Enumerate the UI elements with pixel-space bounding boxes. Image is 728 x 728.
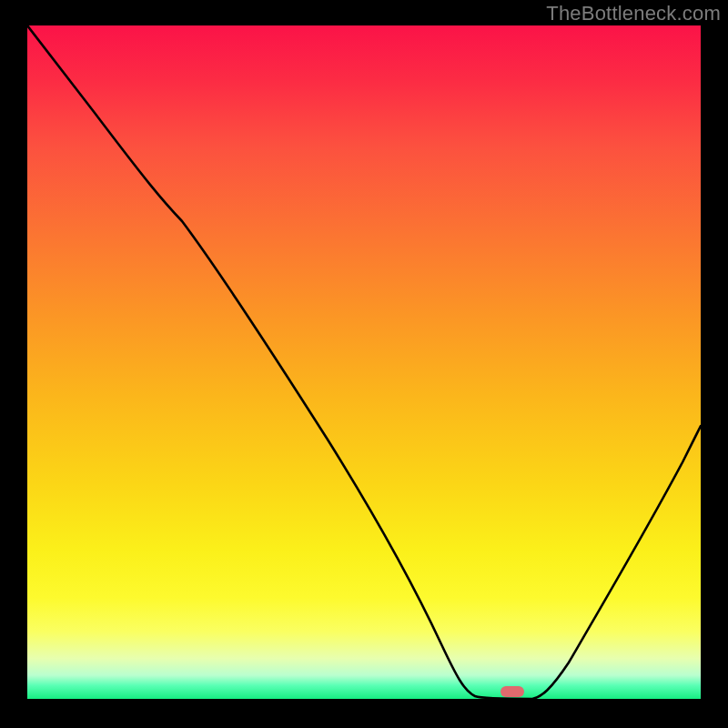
optimal-point-marker <box>500 686 524 697</box>
bottleneck-curve <box>27 25 701 699</box>
chart-frame: TheBottleneck.com <box>0 0 728 728</box>
curve-path <box>27 25 701 699</box>
plot-area <box>27 25 701 699</box>
watermark-text: TheBottleneck.com <box>546 2 721 25</box>
